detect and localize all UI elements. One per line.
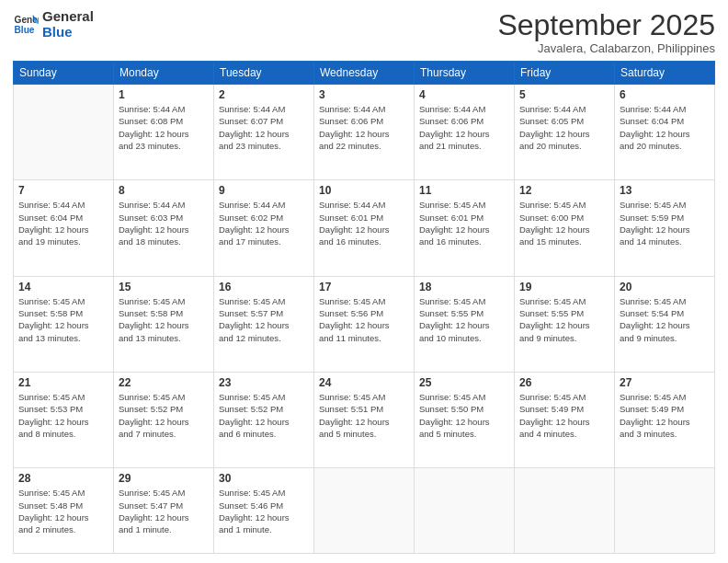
- logo-general-text: General: [42, 9, 94, 25]
- cell-info: Sunrise: 5:45 AMSunset: 5:55 PMDaylight:…: [419, 295, 509, 344]
- cell-info: Sunrise: 5:45 AMSunset: 5:46 PMDaylight:…: [219, 487, 309, 535]
- calendar-cell: 11Sunrise: 5:45 AMSunset: 6:01 PMDayligh…: [415, 180, 515, 276]
- cell-info: Sunrise: 5:44 AMSunset: 6:06 PMDaylight:…: [419, 103, 509, 152]
- weekday-header: Monday: [114, 62, 214, 85]
- calendar-cell: 24Sunrise: 5:45 AMSunset: 5:51 PMDayligh…: [314, 373, 415, 468]
- cell-info: Sunrise: 5:44 AMSunset: 6:04 PMDaylight:…: [18, 199, 108, 247]
- cell-info: Sunrise: 5:44 AMSunset: 6:07 PMDaylight:…: [219, 103, 309, 152]
- day-number: 23: [219, 376, 309, 389]
- location: Javalera, Calabarzon, Philippines: [497, 41, 715, 55]
- day-number: 7: [18, 184, 108, 197]
- day-number: 11: [419, 184, 509, 197]
- cell-info: Sunrise: 5:45 AMSunset: 5:57 PMDaylight:…: [219, 295, 309, 344]
- day-number: 17: [319, 281, 409, 293]
- header: General Blue General Blue September 2025…: [13, 9, 715, 55]
- calendar-cell: [615, 468, 715, 554]
- calendar-cell: 27Sunrise: 5:45 AMSunset: 5:49 PMDayligh…: [615, 373, 715, 468]
- calendar-table: SundayMondayTuesdayWednesdayThursdayFrid…: [13, 61, 715, 554]
- weekday-header: Thursday: [415, 62, 515, 85]
- calendar-cell: 8Sunrise: 5:44 AMSunset: 6:03 PMDaylight…: [114, 180, 214, 276]
- calendar-cell: 10Sunrise: 5:44 AMSunset: 6:01 PMDayligh…: [314, 180, 415, 276]
- cell-info: Sunrise: 5:44 AMSunset: 6:06 PMDaylight:…: [319, 103, 409, 152]
- calendar-cell: 2Sunrise: 5:44 AMSunset: 6:07 PMDaylight…: [214, 85, 314, 180]
- calendar-cell: [314, 468, 415, 554]
- calendar-cell: 5Sunrise: 5:44 AMSunset: 6:05 PMDaylight…: [515, 85, 615, 180]
- day-number: 3: [319, 88, 409, 101]
- calendar-cell: 9Sunrise: 5:44 AMSunset: 6:02 PMDaylight…: [214, 180, 314, 276]
- svg-text:Blue: Blue: [15, 25, 35, 35]
- page: General Blue General Blue September 2025…: [0, 0, 728, 563]
- day-number: 5: [519, 88, 609, 101]
- cell-info: Sunrise: 5:45 AMSunset: 5:49 PMDaylight:…: [620, 391, 710, 440]
- day-number: 4: [419, 88, 509, 101]
- cell-info: Sunrise: 5:45 AMSunset: 5:58 PMDaylight:…: [119, 295, 209, 344]
- cell-info: Sunrise: 5:44 AMSunset: 6:04 PMDaylight:…: [620, 103, 710, 152]
- cell-info: Sunrise: 5:45 AMSunset: 5:58 PMDaylight:…: [18, 295, 108, 344]
- day-number: 12: [519, 184, 609, 197]
- day-number: 22: [119, 376, 209, 389]
- day-number: 28: [18, 472, 108, 485]
- calendar-cell: [14, 85, 114, 180]
- calendar-cell: 25Sunrise: 5:45 AMSunset: 5:50 PMDayligh…: [415, 373, 515, 468]
- weekday-header: Saturday: [615, 62, 715, 85]
- day-number: 25: [419, 376, 509, 389]
- calendar-cell: 4Sunrise: 5:44 AMSunset: 6:06 PMDaylight…: [415, 85, 515, 180]
- cell-info: Sunrise: 5:45 AMSunset: 5:53 PMDaylight:…: [18, 391, 108, 440]
- calendar-cell: [515, 468, 615, 554]
- cell-info: Sunrise: 5:45 AMSunset: 5:59 PMDaylight:…: [620, 199, 710, 247]
- day-number: 6: [620, 88, 710, 101]
- logo-icon: General Blue: [13, 12, 39, 38]
- day-number: 19: [519, 281, 609, 293]
- cell-info: Sunrise: 5:44 AMSunset: 6:01 PMDaylight:…: [319, 199, 409, 247]
- day-number: 15: [119, 281, 209, 293]
- weekday-header: Wednesday: [314, 62, 415, 85]
- calendar-cell: 29Sunrise: 5:45 AMSunset: 5:47 PMDayligh…: [114, 468, 214, 554]
- calendar-cell: 13Sunrise: 5:45 AMSunset: 5:59 PMDayligh…: [615, 180, 715, 276]
- day-number: 1: [119, 88, 209, 101]
- logo: General Blue General Blue: [13, 9, 94, 40]
- day-number: 13: [620, 184, 710, 197]
- day-number: 14: [18, 281, 108, 293]
- calendar-cell: 14Sunrise: 5:45 AMSunset: 5:58 PMDayligh…: [14, 276, 114, 372]
- calendar-cell: [415, 468, 515, 554]
- calendar-cell: 26Sunrise: 5:45 AMSunset: 5:49 PMDayligh…: [515, 373, 615, 468]
- calendar-cell: 23Sunrise: 5:45 AMSunset: 5:52 PMDayligh…: [214, 373, 314, 468]
- cell-info: Sunrise: 5:44 AMSunset: 6:03 PMDaylight:…: [119, 199, 209, 247]
- day-number: 20: [620, 281, 710, 293]
- cell-info: Sunrise: 5:45 AMSunset: 5:48 PMDaylight:…: [18, 487, 108, 535]
- day-number: 26: [519, 376, 609, 389]
- calendar-cell: 21Sunrise: 5:45 AMSunset: 5:53 PMDayligh…: [14, 373, 114, 468]
- cell-info: Sunrise: 5:44 AMSunset: 6:02 PMDaylight:…: [219, 199, 309, 247]
- weekday-header: Sunday: [14, 62, 114, 85]
- day-number: 18: [419, 281, 509, 293]
- cell-info: Sunrise: 5:45 AMSunset: 5:54 PMDaylight:…: [620, 295, 710, 344]
- calendar-cell: 30Sunrise: 5:45 AMSunset: 5:46 PMDayligh…: [214, 468, 314, 554]
- cell-info: Sunrise: 5:45 AMSunset: 5:52 PMDaylight:…: [219, 391, 309, 440]
- day-number: 9: [219, 184, 309, 197]
- weekday-header: Tuesday: [214, 62, 314, 85]
- day-number: 27: [620, 376, 710, 389]
- day-number: 16: [219, 281, 309, 293]
- cell-info: Sunrise: 5:45 AMSunset: 6:01 PMDaylight:…: [419, 199, 509, 247]
- cell-info: Sunrise: 5:45 AMSunset: 5:52 PMDaylight:…: [119, 391, 209, 440]
- day-number: 29: [119, 472, 209, 485]
- weekday-header: Friday: [515, 62, 615, 85]
- cell-info: Sunrise: 5:45 AMSunset: 5:50 PMDaylight:…: [419, 391, 509, 440]
- calendar-cell: 22Sunrise: 5:45 AMSunset: 5:52 PMDayligh…: [114, 373, 214, 468]
- calendar-cell: 12Sunrise: 5:45 AMSunset: 6:00 PMDayligh…: [515, 180, 615, 276]
- cell-info: Sunrise: 5:45 AMSunset: 5:55 PMDaylight:…: [519, 295, 609, 344]
- cell-info: Sunrise: 5:44 AMSunset: 6:05 PMDaylight:…: [519, 103, 609, 152]
- calendar-cell: 28Sunrise: 5:45 AMSunset: 5:48 PMDayligh…: [14, 468, 114, 554]
- calendar-cell: 1Sunrise: 5:44 AMSunset: 6:08 PMDaylight…: [114, 85, 214, 180]
- title-area: September 2025 Javalera, Calabarzon, Phi…: [497, 9, 715, 55]
- calendar-cell: 15Sunrise: 5:45 AMSunset: 5:58 PMDayligh…: [114, 276, 214, 372]
- cell-info: Sunrise: 5:45 AMSunset: 5:51 PMDaylight:…: [319, 391, 409, 440]
- cell-info: Sunrise: 5:45 AMSunset: 6:00 PMDaylight:…: [519, 199, 609, 247]
- logo-blue-text: Blue: [42, 25, 94, 40]
- calendar-cell: 16Sunrise: 5:45 AMSunset: 5:57 PMDayligh…: [214, 276, 314, 372]
- cell-info: Sunrise: 5:45 AMSunset: 5:49 PMDaylight:…: [519, 391, 609, 440]
- calendar-cell: 17Sunrise: 5:45 AMSunset: 5:56 PMDayligh…: [314, 276, 415, 372]
- cell-info: Sunrise: 5:45 AMSunset: 5:47 PMDaylight:…: [119, 487, 209, 535]
- day-number: 21: [18, 376, 108, 389]
- day-number: 8: [119, 184, 209, 197]
